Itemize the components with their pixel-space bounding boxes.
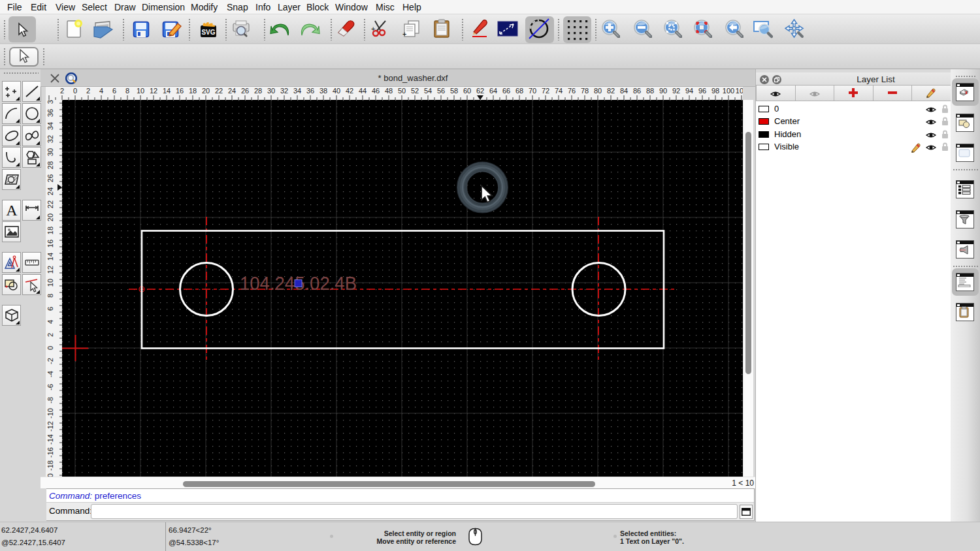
svg-text:22: 22 (215, 87, 223, 95)
svg-text:2: 2 (86, 87, 90, 95)
svg-text:32: 32 (46, 135, 54, 143)
svg-text:34: 34 (46, 122, 54, 130)
svg-text:70: 70 (529, 87, 536, 95)
svg-text:-8: -8 (46, 397, 54, 403)
svg-text:10: 10 (46, 279, 54, 287)
svg-text:6: 6 (46, 307, 54, 311)
svg-text:66: 66 (502, 87, 510, 95)
svg-text:2: 2 (46, 333, 54, 337)
svg-text:4: 4 (99, 87, 103, 95)
svg-text:44: 44 (359, 87, 367, 95)
svg-text:30: 30 (46, 148, 54, 156)
svg-text:42: 42 (346, 87, 353, 95)
svg-text:8: 8 (46, 294, 54, 298)
svg-text:18: 18 (189, 87, 197, 95)
svg-text:72: 72 (542, 87, 549, 95)
svg-text:84: 84 (620, 87, 628, 95)
svg-text:64: 64 (489, 87, 497, 95)
svg-text:20: 20 (202, 87, 210, 95)
svg-text:30: 30 (267, 87, 275, 95)
svg-text:26: 26 (46, 174, 54, 182)
svg-text:16: 16 (46, 240, 54, 247)
svg-text:38: 38 (319, 87, 327, 95)
svg-text:18: 18 (46, 227, 54, 234)
svg-text:90: 90 (659, 87, 667, 95)
svg-text:50: 50 (398, 87, 406, 95)
svg-text:-4: -4 (46, 371, 54, 377)
svg-text:38: 38 (46, 100, 54, 104)
svg-text:-10: -10 (46, 408, 54, 418)
svg-text:0: 0 (73, 87, 77, 95)
svg-text:28: 28 (254, 87, 262, 95)
svg-text:88: 88 (646, 87, 654, 95)
svg-text:82: 82 (607, 87, 615, 95)
svg-text:34: 34 (293, 87, 301, 95)
svg-text:96: 96 (698, 87, 706, 95)
svg-text:32: 32 (280, 87, 288, 95)
svg-text:12: 12 (46, 266, 54, 274)
svg-text:-6: -6 (46, 384, 54, 390)
svg-text:14: 14 (163, 87, 171, 95)
svg-text:+: + (402, 30, 406, 38)
svg-text:100: 100 (723, 87, 734, 95)
svg-text:26: 26 (241, 87, 249, 95)
svg-text:74: 74 (555, 87, 563, 95)
svg-text:98: 98 (711, 87, 719, 95)
svg-text:94: 94 (685, 87, 693, 95)
svg-text:24: 24 (228, 87, 236, 95)
svg-text:92: 92 (672, 87, 680, 95)
svg-text:58: 58 (450, 87, 458, 95)
svg-text:A: A (6, 202, 18, 218)
svg-text:+: + (371, 25, 375, 33)
svg-text:2: 2 (60, 87, 64, 95)
svg-text:62: 62 (476, 87, 484, 95)
svg-text:-2: -2 (46, 358, 54, 364)
svg-text:28: 28 (46, 161, 54, 169)
svg-text:0: 0 (46, 346, 54, 350)
svg-text:78: 78 (581, 87, 589, 95)
svg-text:36: 36 (46, 109, 54, 117)
svg-text:4: 4 (46, 320, 54, 324)
svg-text:80: 80 (594, 87, 602, 95)
svg-text:20: 20 (46, 213, 54, 221)
svg-text:36: 36 (306, 87, 314, 95)
svg-text:46: 46 (372, 87, 380, 95)
svg-text:SVG: SVG (201, 29, 215, 36)
svg-text:68: 68 (515, 87, 523, 95)
svg-text:22: 22 (46, 200, 54, 208)
svg-text:40: 40 (333, 87, 340, 95)
svg-text:8: 8 (125, 87, 129, 95)
svg-text:54: 54 (424, 87, 432, 95)
svg-text:-14: -14 (46, 434, 54, 445)
svg-text:-12: -12 (46, 421, 54, 432)
svg-text:56: 56 (437, 87, 445, 95)
svg-text:102: 102 (736, 87, 743, 95)
svg-text:24: 24 (46, 187, 54, 195)
svg-text:-16: -16 (46, 447, 54, 458)
svg-text:60: 60 (463, 87, 471, 95)
svg-text:6: 6 (112, 87, 116, 95)
svg-text:76: 76 (568, 87, 576, 95)
svg-text:86: 86 (633, 87, 641, 95)
svg-text:10: 10 (137, 87, 144, 95)
svg-text:14: 14 (46, 253, 54, 260)
svg-text:16: 16 (176, 87, 184, 95)
svg-text:12: 12 (150, 87, 157, 95)
svg-text:-18: -18 (46, 460, 54, 471)
svg-text:52: 52 (411, 87, 419, 95)
svg-text:48: 48 (385, 87, 393, 95)
